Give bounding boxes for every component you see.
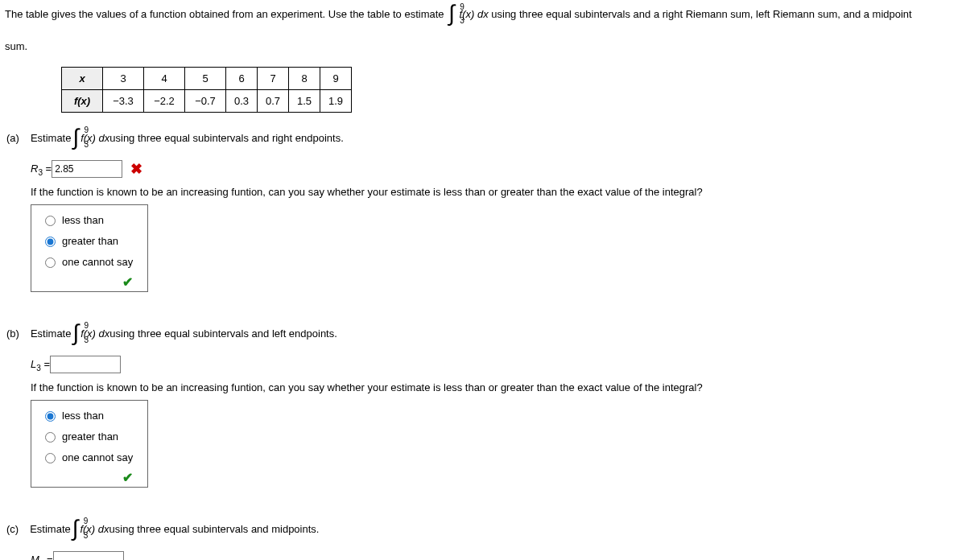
part-a-label: (a) [5,132,31,144]
table-cell: −3.3 [103,90,144,113]
table-cell: x [62,68,103,90]
intro-tail: sum. [5,39,961,54]
table-cell: 1.5 [289,90,320,113]
table-cell: 8 [289,68,320,90]
radio-greater-than[interactable] [45,432,56,443]
table-cell: 0.7 [258,90,289,113]
part-b-answer-row: L3 = [31,356,961,373]
radio-less-than[interactable] [45,216,56,226]
table-cell: 4 [144,68,185,90]
part-b-radio-group: less than greater than one cannot say ✔ [31,400,148,488]
part-b-answer-input[interactable] [50,356,121,373]
integral-icon: ∫ 9 3 [72,520,79,538]
integral-icon: ∫ 9 3 [448,5,455,25]
table-cell: 9 [320,68,352,90]
radio-less-than[interactable] [45,411,56,422]
part-b-label: (b) [5,327,31,340]
radio-greater-than[interactable] [45,237,56,247]
intro-text-post: using three equal subintervals and a rig… [491,8,911,20]
table-cell: 1.9 [320,90,352,113]
part-a-prompt: (a) Estimate ∫ 9 3 f(x) dx using three e… [5,129,961,147]
part-c-label: (c) [5,523,30,535]
part-b-answer-var: L3 = [31,358,50,373]
part-c-prompt: (c) Estimate ∫ 9 3 f(x) dx using three e… [5,520,961,538]
part-a-answer-var: R3 = [31,163,52,177]
part-a-answer-input[interactable] [52,160,122,178]
part-b-prompt: (b) Estimate ∫ 9 3 f(x) dx using three e… [5,324,961,343]
table-cell: 5 [185,68,226,90]
intro-text-pre: The table gives the values of a function… [5,8,447,20]
radio-cannot-say[interactable] [45,453,56,463]
radio-cannot-say[interactable] [45,257,56,268]
radio-option: less than [41,213,133,226]
part-c-answer-var: M3 = [31,554,53,560]
radio-option: greater than [41,430,133,443]
table-cell: −0.7 [185,90,226,113]
part-c-answer-input[interactable] [53,551,124,560]
table-cell: 7 [258,68,289,90]
part-a-question: If the function is known to be an increa… [31,186,961,198]
table-cell: −2.2 [144,90,185,113]
part-a-answer-row: R3 = ✖ [31,160,961,178]
table-cell: 3 [103,68,144,90]
part-a-radio-group: less than greater than one cannot say ✔ [31,204,148,292]
table-cell: 0.3 [226,90,258,113]
part-c-answer-row: M3 = [31,551,961,560]
data-table: x3456789f(x)−3.3−2.2−0.70.30.71.51.9 [61,67,352,113]
radio-option: greater than [41,234,133,247]
radio-option: one cannot say [41,255,133,268]
table-cell: 6 [226,68,258,90]
part-b-question: If the function is known to be an increa… [31,381,961,393]
problem-intro: The table gives the values of a function… [5,5,961,25]
wrong-icon: ✖ [130,160,142,178]
radio-option: one cannot say [41,451,133,463]
integral-icon: ∫ 9 3 [72,129,79,147]
correct-icon: ✔ [41,274,133,290]
radio-option: less than [41,409,133,422]
integral-icon: ∫ 9 3 [72,324,79,343]
correct-icon: ✔ [41,470,133,485]
table-cell: f(x) [62,90,103,113]
